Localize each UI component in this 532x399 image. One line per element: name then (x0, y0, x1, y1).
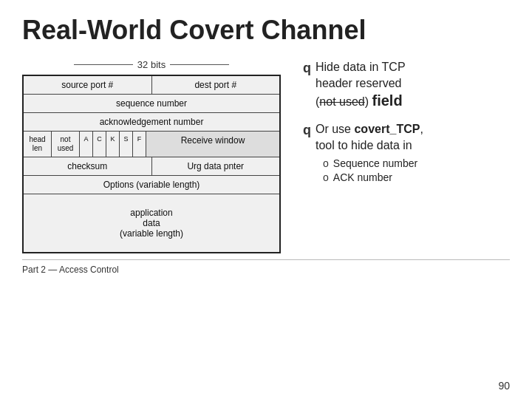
tcp-row-flags: headlen notused A C K S F Receive window (24, 132, 279, 157)
app-data-row: application data (variable length) (24, 194, 279, 252)
sub-bullet-ack-text: ACK number (333, 171, 392, 183)
bullet-1-text: Hide data in TCP header reserved (not us… (316, 59, 406, 111)
sub-bullet-ack: o ACK number (323, 171, 423, 183)
bullet-2-text: Or use covert_TCP, tool to hide data in … (316, 121, 423, 185)
bullet-1-q: q (303, 61, 311, 76)
flag-c-cell: C (93, 132, 106, 157)
source-port-cell: source port # (24, 76, 152, 94)
slide-title: Real-World Covert Channel (22, 15, 510, 46)
seq-num-cell: sequence number (24, 95, 279, 112)
sub-bullet-seq: o Sequence number (323, 157, 423, 169)
content-area: 32 bits source port # dest port # sequen… (22, 59, 510, 253)
dest-port-cell: dest port # (152, 76, 280, 94)
flag-s-cell: S (120, 132, 133, 157)
ack-num-cell: acknowledgement number (24, 113, 279, 131)
sub-bullet-o-1: o (323, 157, 329, 169)
footer: Part 2 — Access Control (22, 259, 510, 275)
flag-f-cell: F (133, 132, 146, 157)
not-used-cell: notused (52, 132, 80, 157)
bits-label: 32 bits (137, 59, 166, 70)
bullet-2-q: q (303, 123, 311, 138)
options-row: Options (variable length) (24, 176, 279, 194)
slide: Real-World Covert Channel 32 bits source… (0, 0, 532, 399)
flag-a-cell: A (80, 132, 93, 157)
checksum-cell: checksum (24, 157, 152, 175)
tcp-row-ports: source port # dest port # (24, 76, 279, 95)
tcp-row-seq: sequence number (24, 95, 279, 113)
tcp-diagram-panel: 32 bits source port # dest port # sequen… (22, 59, 281, 253)
head-len-cell: headlen (24, 132, 52, 157)
urg-data-cell: Urg data pnter (152, 157, 280, 175)
sub-bullets: o Sequence number o ACK number (323, 157, 423, 183)
footer-left: Part 2 — Access Control (22, 265, 119, 275)
flag-k-cell: K (106, 132, 120, 157)
tcp-row-checksum: checksum Urg data pnter (24, 157, 279, 176)
tcp-row-ack: acknowledgement number (24, 113, 279, 132)
sub-bullet-seq-text: Sequence number (333, 157, 417, 169)
bits-indicator: 32 bits (22, 59, 281, 70)
bullet-1: q Hide data in TCP header reserved (not … (303, 59, 510, 111)
sub-bullet-o-2: o (323, 171, 329, 183)
receive-window-cell: Receive window (146, 132, 279, 157)
page-number: 90 (498, 380, 510, 392)
bullet-2: q Or use covert_TCP, tool to hide data i… (303, 121, 510, 185)
right-panel: q Hide data in TCP header reserved (not … (296, 59, 510, 196)
tcp-header-table: source port # dest port # sequence numbe… (22, 75, 281, 253)
